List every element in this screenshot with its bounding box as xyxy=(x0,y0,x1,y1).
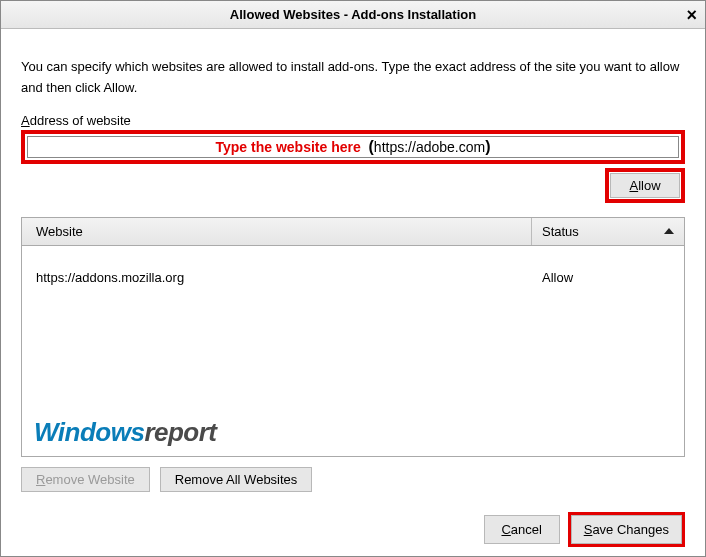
sort-ascending-icon xyxy=(664,228,674,234)
cell-status: Allow xyxy=(532,270,684,285)
watermark-logo: Windowsreport xyxy=(34,417,217,448)
remove-website-button: Remove Website xyxy=(21,467,150,492)
allow-button[interactable]: Allow xyxy=(610,173,680,198)
allow-rest: llow xyxy=(638,178,660,193)
remove-all-accel: R xyxy=(175,472,184,487)
table-row[interactable]: https://addons.mozilla.org Allow xyxy=(22,246,684,278)
address-input[interactable] xyxy=(27,136,679,158)
cancel-button[interactable]: Cancel xyxy=(484,515,560,544)
address-label: Address of website xyxy=(21,113,685,128)
column-header-website[interactable]: Website xyxy=(22,218,532,245)
save-changes-button[interactable]: Save Changes xyxy=(571,515,682,544)
allow-button-highlight: Allow xyxy=(605,168,685,203)
address-label-accel: A xyxy=(21,113,30,128)
table-header: Website Status xyxy=(22,218,684,246)
window-title: Allowed Websites - Add-ons Installation xyxy=(230,7,476,22)
remove-website-accel: R xyxy=(36,472,45,487)
allowed-sites-table: Website Status https://addons.mozilla.or… xyxy=(21,217,685,457)
cell-website: https://addons.mozilla.org xyxy=(22,270,532,285)
column-header-status-label: Status xyxy=(542,224,579,239)
instructions-text: You can specify which websites are allow… xyxy=(21,57,685,99)
allow-accel: A xyxy=(629,178,638,193)
watermark-part1: Windows xyxy=(34,417,144,447)
save-rest: ave Changes xyxy=(592,522,669,537)
table-body: https://addons.mozilla.org Allow xyxy=(22,246,684,278)
address-label-rest: ddress of website xyxy=(30,113,131,128)
remove-website-rest: emove Website xyxy=(45,472,134,487)
watermark-part2: report xyxy=(144,417,216,447)
close-icon[interactable]: × xyxy=(686,3,697,27)
dialog-content: You can specify which websites are allow… xyxy=(1,29,705,557)
cancel-rest: ancel xyxy=(511,522,542,537)
remove-all-rest: emove All Websites xyxy=(184,472,297,487)
address-input-highlight: Type the website here (https://adobe.com… xyxy=(21,130,685,164)
cancel-accel: C xyxy=(501,522,510,537)
titlebar: Allowed Websites - Add-ons Installation … xyxy=(1,1,705,29)
column-header-status[interactable]: Status xyxy=(532,218,684,245)
remove-all-websites-button[interactable]: Remove All Websites xyxy=(160,467,313,492)
save-button-highlight: Save Changes xyxy=(568,512,685,547)
